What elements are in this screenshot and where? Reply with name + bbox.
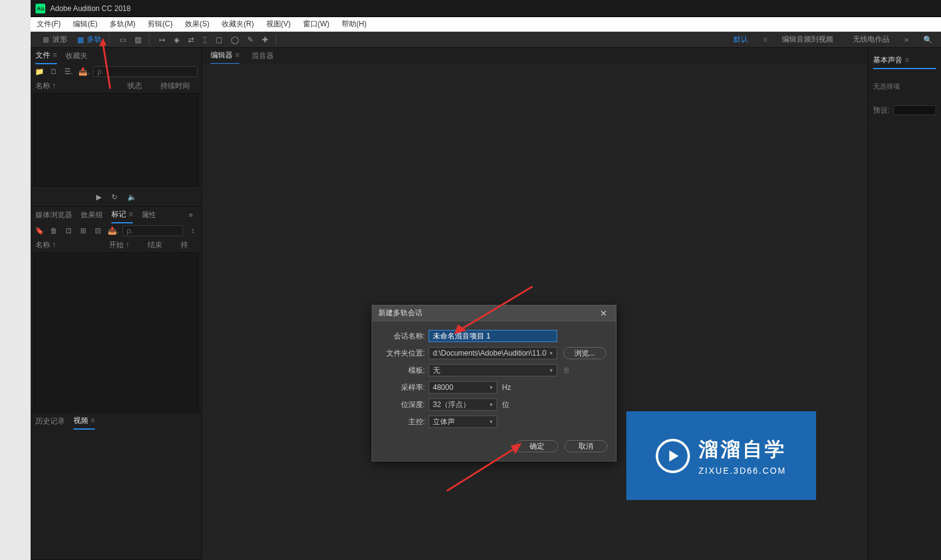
watermark: 溜溜自学 ZIXUE.3D66.COM (626, 411, 816, 500)
tab-essential-sound[interactable]: 基本声音≡ (873, 53, 936, 69)
menu-view[interactable]: 视图(V) (260, 17, 297, 32)
multitrack-icon: ▦ (76, 35, 84, 44)
col-start[interactable]: 开始 ↑ (109, 240, 129, 250)
open-file-icon[interactable]: 📁 (34, 67, 44, 76)
template-dropdown[interactable]: 无▾ (429, 364, 557, 376)
col-marker-name[interactable]: 名称 ↑ (36, 240, 91, 250)
sample-rate-unit: Hz (502, 383, 511, 392)
tool-lasso-icon[interactable]: ◯ (227, 34, 242, 45)
menu-multitrack[interactable]: 多轨(M) (103, 17, 141, 32)
master-label: 主控: (381, 417, 425, 427)
marker-add-icon[interactable]: 🔖 (34, 226, 44, 235)
tool-brush-icon[interactable]: ✎ (244, 34, 257, 45)
app-icon: Au (36, 4, 45, 13)
menu-clip[interactable]: 剪辑(C) (141, 17, 179, 32)
tool-move-icon[interactable]: ↦ (156, 34, 169, 45)
search-icon[interactable]: 🔍 (918, 35, 937, 44)
menu-lines-icon: ≡ (763, 35, 767, 44)
col-end[interactable]: 结束 (148, 240, 162, 250)
workspace-edit-video[interactable]: 编辑音频到视频 (777, 33, 838, 46)
tab-properties[interactable]: 属性 (141, 207, 156, 223)
ok-button[interactable]: 确定 (515, 440, 558, 452)
import-icon[interactable]: 📥. (78, 67, 88, 76)
menu-edit[interactable]: 编辑(E) (67, 17, 103, 32)
markers-list-body (33, 252, 199, 411)
app-title: Adobe Audition CC 2018 (50, 4, 130, 13)
col-hold[interactable]: 持 (181, 240, 188, 250)
master-dropdown[interactable]: 立体声▾ (429, 416, 497, 428)
play-icon[interactable]: ▶ (96, 193, 102, 201)
tool-marquee-icon[interactable]: ▢ (212, 34, 226, 45)
menu-file[interactable]: 文件(F) (31, 17, 67, 32)
folder-label: 文件夹位置: (381, 348, 425, 359)
workspace-default[interactable]: 默认 (729, 33, 753, 46)
panel-expand-icon[interactable]: » (185, 211, 197, 219)
col-name[interactable]: 名称 ↑ (36, 81, 109, 91)
menu-window[interactable]: 窗口(W) (297, 17, 336, 32)
tab-media-browser[interactable]: 媒体浏览器 (36, 207, 72, 223)
dialog-titlebar[interactable]: 新建多轨会话 ✕ (372, 305, 616, 321)
new-file-icon[interactable]: 🗋 (49, 67, 59, 76)
tool-slip-icon[interactable]: ⇄ (184, 34, 198, 45)
preview-controls: ▶ ↻ 🔈 (31, 188, 201, 206)
sample-rate-label: 采样率: (381, 383, 425, 393)
workspace-more-icon[interactable]: » (904, 35, 909, 44)
preset-dropdown[interactable] (893, 105, 936, 115)
watermark-play-icon (656, 439, 690, 473)
close-icon[interactable]: ✕ (598, 308, 610, 318)
workspace-radio[interactable]: 无线电作品 (848, 33, 894, 46)
right-column: 基本声音≡ 无选择项 预设: (868, 48, 941, 560)
waveform-icon: ⊞ (42, 35, 50, 44)
tab-favorites[interactable]: 收藏夹 (66, 48, 88, 64)
files-search-input[interactable]: ρ. (93, 66, 198, 77)
tab-files[interactable]: 文件≡ (36, 48, 57, 64)
tool-heal-icon[interactable]: ✚ (258, 34, 272, 45)
tab-mixer[interactable]: 混音器 (252, 48, 274, 64)
bit-depth-label: 位深度: (381, 400, 425, 410)
col-duration[interactable]: 持续时间 (160, 81, 190, 91)
loop-icon[interactable]: ↻ (111, 193, 118, 201)
browse-button[interactable]: 浏览... (563, 347, 606, 359)
menubar: 文件(F) 编辑(E) 多轨(M) 剪辑(C) 效果(S) 收藏夹(R) 视图(… (31, 17, 941, 32)
template-trash-icon[interactable]: 🗑 (563, 366, 571, 375)
multitrack-mode-button[interactable]: ▦ 多轨 (72, 33, 105, 46)
col-status[interactable]: 状态 (127, 81, 142, 91)
tab-effects-rack[interactable]: 效果组 (81, 207, 103, 223)
marker-sort-icon[interactable]: ↕ (188, 226, 198, 235)
marker-a-icon[interactable]: ⊡ (64, 226, 73, 235)
markers-search-input[interactable]: ρ. (122, 225, 183, 236)
menu-favorites[interactable]: 收藏夹(R) (216, 17, 260, 32)
tool-hud-icon[interactable]: ▭ (116, 34, 130, 45)
titlebar: Au Adobe Audition CC 2018 (31, 0, 941, 17)
tool-razor-icon[interactable]: ◈ (170, 34, 183, 45)
tool-time-icon[interactable]: ⌶ (199, 34, 211, 45)
list-icon[interactable]: ☰. (64, 67, 73, 76)
watermark-text: 溜溜自学 (699, 436, 787, 463)
session-name-label: 会话名称: (381, 331, 425, 342)
bit-depth-dropdown[interactable]: 32（浮点）▾ (429, 398, 497, 411)
waveform-mode-button[interactable]: ⊞ 波形 (38, 33, 71, 46)
toolbar: ⊞ 波形 ▦ 多轨 ▭ ▨ ↦ ◈ ⇄ ⌶ ▢ ◯ ✎ ✚ 默认 ≡ 编辑音频到… (31, 32, 941, 48)
menu-help[interactable]: 帮助(H) (336, 17, 373, 32)
marker-trash-icon[interactable]: 🗑 (49, 226, 59, 235)
marker-b-icon[interactable]: ⊞ (78, 226, 88, 235)
autoplay-icon[interactable]: 🔈 (127, 193, 137, 201)
marker-c-icon[interactable]: ⊟ (93, 226, 103, 235)
cancel-button[interactable]: 取消 (564, 440, 607, 452)
folder-dropdown[interactable]: d:\Documents\Adobe\Audition\11.0▾ (429, 347, 557, 359)
marker-d-icon[interactable]: 📥. (108, 226, 118, 235)
tool-spectral-icon[interactable]: ▨ (131, 34, 145, 45)
tab-markers[interactable]: 标记≡ (111, 207, 133, 223)
svg-marker-6 (669, 450, 678, 461)
tab-history[interactable]: 历史记录 (36, 414, 65, 429)
tab-video[interactable]: 视频≡ (73, 413, 95, 430)
watermark-url: ZIXUE.3D66.COM (699, 466, 787, 476)
tab-editor[interactable]: 编辑器≡ (211, 48, 239, 64)
session-name-input[interactable] (429, 330, 557, 342)
sample-rate-dropdown[interactable]: 48000▾ (429, 381, 497, 394)
files-panel: 文件≡ 收藏夹 📁 🗋 ☰. 📥. ρ. 名称 ↑ 状态 持续时间 (31, 48, 201, 207)
menu-effects[interactable]: 效果(S) (179, 17, 216, 32)
files-list-header: 名称 ↑ 状态 持续时间 (31, 80, 201, 92)
files-list-body (33, 93, 199, 187)
markers-panel: 媒体浏览器 效果组 标记≡ 属性 » 🔖 🗑 ⊡ ⊞ ⊟ 📥. ρ. ↕ (31, 207, 201, 413)
